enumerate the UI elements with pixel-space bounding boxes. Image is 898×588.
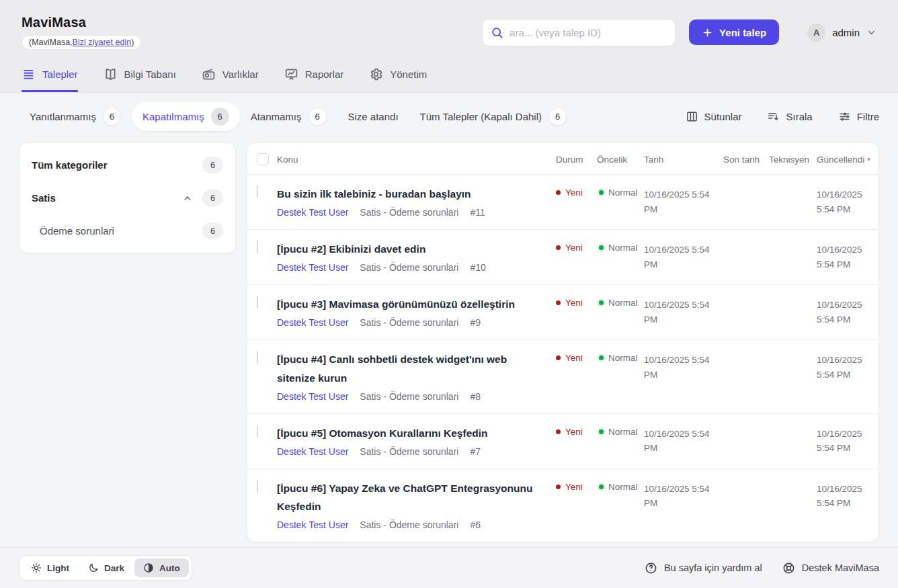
- search-icon: [491, 26, 503, 39]
- nav-tab-talepler[interactable]: Talepler: [22, 67, 78, 92]
- ticket-title[interactable]: Bu sizin ilk talebiniz - buradan başlayı…: [277, 185, 538, 203]
- tickets-table: Konu Durum Öncelik Tarih Son tarih Tekni…: [247, 142, 879, 542]
- col-header-oncelik[interactable]: Öncelik: [597, 143, 644, 174]
- filter-tab-atanmamis[interactable]: Atanmamış 6: [240, 102, 337, 131]
- theme-auto-button[interactable]: Auto: [134, 558, 189, 577]
- sort-caret-icon: ▾: [867, 156, 870, 163]
- user-name: admin: [832, 27, 860, 38]
- new-ticket-button[interactable]: Yeni talep: [689, 19, 779, 45]
- ticket-id: #11: [470, 207, 485, 218]
- ticket-technician: [769, 414, 817, 468]
- ticket-id: #9: [470, 317, 481, 328]
- ticket-category: Satis - Ödeme sorunlari: [360, 519, 458, 530]
- nav-tab-raporlar[interactable]: Raporlar: [284, 67, 344, 92]
- col-header-konu[interactable]: Konu: [277, 143, 556, 174]
- ticket-date: 10/16/2025 5:54 PM: [644, 175, 723, 229]
- ticket-title[interactable]: [İpucu #2] Ekibinizi davet edin: [277, 240, 538, 258]
- radio-icon: [202, 67, 216, 81]
- ticket-updated: 10/16/2025 5:54 PM: [817, 414, 869, 468]
- ticket-title[interactable]: [İpucu #6] Yapay Zeka ve ChatGPT Entegra…: [277, 479, 538, 515]
- status-dot-icon: [556, 485, 561, 489]
- sidebar-item-satis[interactable]: Satis 6: [19, 181, 235, 214]
- nav-tab-bilgi-tabani[interactable]: Bilgi Tabanı: [104, 67, 176, 92]
- theme-dark-button[interactable]: Dark: [79, 558, 133, 577]
- ticket-title[interactable]: [İpucu #4] Canlı sohbetli destek widget'…: [277, 350, 538, 386]
- columns-button[interactable]: Sütunlar: [686, 110, 742, 123]
- ticket-row[interactable]: [İpucu #6] Yapay Zeka ve ChatGPT Entegra…: [247, 469, 879, 542]
- status-dot-icon: [556, 245, 561, 250]
- sidebar-item-odeme-sorunlari[interactable]: Ödeme sorunlari 6: [19, 214, 235, 247]
- ticket-requester-link[interactable]: Destek Test User: [277, 262, 348, 273]
- filter-tab-yanitlanmamis[interactable]: Yanıtlanmamış 6: [19, 102, 132, 131]
- ticket-row[interactable]: [İpucu #2] Ekibinizi davet edin Destek T…: [247, 230, 879, 285]
- theme-light-label: Light: [47, 563, 69, 573]
- ticket-title[interactable]: [İpucu #3] Mavimasa görünümünüzü özelleş…: [277, 295, 538, 313]
- theme-auto-label: Auto: [159, 563, 180, 573]
- ticket-id: #10: [470, 262, 485, 273]
- ticket-priority: Normal: [608, 243, 638, 253]
- col-header-durum[interactable]: Durum: [556, 143, 597, 174]
- theme-switcher: Light Dark Auto: [19, 555, 192, 581]
- support-link[interactable]: Destek MaviMasa: [782, 562, 879, 575]
- status-dot-icon: [556, 300, 561, 305]
- row-checkbox[interactable]: [257, 351, 258, 364]
- category-label: Satis: [32, 192, 182, 204]
- filter-tab-label: Kapatılmamış: [142, 111, 204, 122]
- theme-light-button[interactable]: Light: [22, 558, 78, 577]
- help-link[interactable]: Bu sayfa için yardım al: [645, 562, 762, 575]
- ticket-title[interactable]: [İpucu #5] Otomasyon Kurallarını Keşfedi…: [277, 424, 538, 442]
- ticket-due-date: [723, 414, 769, 468]
- sort-button[interactable]: Sırala: [767, 110, 812, 123]
- ticket-category: Satis - Ödeme sorunlari: [360, 317, 458, 328]
- priority-dot-icon: [599, 245, 604, 250]
- row-checkbox[interactable]: [257, 480, 258, 493]
- sidebar-item-all-categories[interactable]: Tüm kategoriler 6: [19, 149, 235, 181]
- nav-tab-varliklar[interactable]: Varlıklar: [202, 67, 259, 92]
- ticket-row[interactable]: Bu sizin ilk talebiniz - buradan başlayı…: [247, 175, 879, 230]
- ticket-row[interactable]: [İpucu #5] Otomasyon Kurallarını Keşfedi…: [247, 414, 879, 469]
- main-content: Yanıtlanmamış 6 Kapatılmamış 6 Atanmamış…: [0, 93, 898, 547]
- category-count-badge: 6: [202, 190, 223, 206]
- row-checkbox[interactable]: [257, 241, 258, 253]
- priority-dot-icon: [599, 429, 604, 434]
- footer-links: Bu sayfa için yardım al Destek MaviMasa: [645, 562, 879, 575]
- visit-us-link[interactable]: Bizi ziyaret edin: [73, 38, 132, 47]
- ticket-requester-link[interactable]: Destek Test User: [277, 317, 348, 328]
- brand-subtitle-pill: (MaviMasa, Bizi ziyaret edin): [22, 35, 141, 50]
- col-header-guncellendi[interactable]: Güncellendi▾: [817, 143, 869, 174]
- ticket-row[interactable]: [İpucu #4] Canlı sohbetli destek widget'…: [247, 340, 879, 413]
- ticket-requester-link[interactable]: Destek Test User: [277, 519, 348, 530]
- filter-tab-tum-talepler[interactable]: Tüm Talepler (Kapalı Dahil) 6: [409, 102, 577, 131]
- ticket-status: Yeni: [565, 187, 583, 198]
- tool-label: Sütunlar: [704, 111, 742, 122]
- nav-tab-label: Raporlar: [305, 69, 344, 80]
- row-checkbox[interactable]: [257, 425, 258, 437]
- ticket-updated: 10/16/2025 5:54 PM: [817, 469, 869, 542]
- row-checkbox[interactable]: [257, 185, 258, 198]
- ticket-requester-link[interactable]: Destek Test User: [277, 446, 348, 457]
- ticket-requester-link[interactable]: Destek Test User: [277, 207, 348, 218]
- page-title: MaviMasa: [22, 15, 141, 30]
- search-input[interactable]: [509, 27, 667, 38]
- ticket-due-date: [723, 285, 769, 339]
- chevron-up-icon[interactable]: [182, 193, 193, 204]
- filter-tab-size-atandi[interactable]: Size atandı: [337, 106, 409, 128]
- row-checkbox[interactable]: [257, 296, 258, 308]
- ticket-row[interactable]: [İpucu #3] Mavimasa görünümünüzü özelleş…: [247, 285, 879, 340]
- col-header-son-tarih[interactable]: Son tarih: [723, 143, 769, 174]
- ticket-updated: 10/16/2025 5:54 PM: [817, 285, 869, 339]
- nav-tab-yonetim[interactable]: Yönetim: [369, 67, 427, 92]
- moon-icon: [88, 562, 99, 573]
- ticket-priority: Normal: [608, 187, 638, 198]
- col-header-teknisyen[interactable]: Teknisyen: [769, 143, 817, 174]
- filter-button[interactable]: Filtre: [838, 110, 879, 123]
- status-dot-icon: [556, 355, 561, 360]
- ticket-requester-link[interactable]: Destek Test User: [277, 391, 348, 402]
- filter-tab-kapatilmamis[interactable]: Kapatılmamış 6: [132, 102, 240, 131]
- footer-bar: Light Dark Auto Bu sayfa için yardım al …: [0, 547, 898, 588]
- help-circle-icon: [645, 562, 657, 575]
- user-menu[interactable]: A admin: [807, 24, 876, 42]
- search-box[interactable]: [482, 19, 676, 46]
- col-header-tarih[interactable]: Tarih: [644, 143, 723, 174]
- select-all-checkbox[interactable]: [257, 153, 269, 165]
